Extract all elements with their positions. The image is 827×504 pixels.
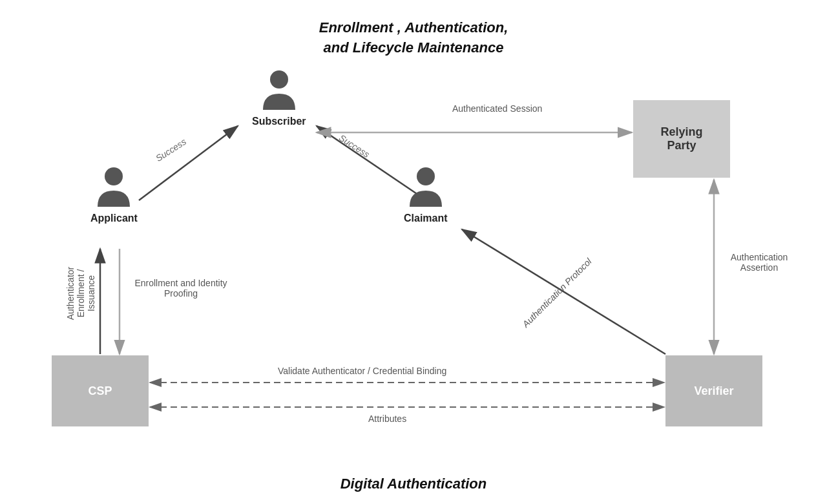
csp-box: CSP (52, 355, 149, 426)
svg-point-15 (270, 70, 288, 89)
relying-party-box: Relying Party (633, 100, 730, 178)
subscriber-icon (260, 68, 298, 113)
applicant-icon (94, 165, 133, 210)
applicant-person: Applicant (90, 165, 138, 224)
authenticated-session-label: Authenticated Session (452, 103, 542, 114)
svg-line-6 (139, 126, 238, 200)
svg-point-17 (417, 167, 435, 185)
svg-point-16 (105, 167, 123, 185)
validate-authenticator-label: Validate Authenticator / Credential Bind… (278, 366, 446, 376)
success-claimant-label: Success (337, 132, 372, 160)
authentication-assertion-label: Authentication Assertion (720, 252, 798, 273)
authenticator-enrollment-label: Authenticator Enrollment / Issuance (65, 251, 96, 335)
bottom-title: Digital Authentication (0, 476, 827, 492)
success-applicant-label: Success (154, 136, 188, 163)
subscriber-person: Subscriber (252, 68, 306, 127)
arrows-svg (0, 0, 827, 504)
main-title: Enrollment , Authentication, and Lifecyc… (0, 18, 827, 58)
diagram: Enrollment , Authentication, and Lifecyc… (0, 0, 827, 504)
claimant-icon (406, 165, 445, 210)
claimant-person: Claimant (404, 165, 448, 224)
enrollment-identity-label: Enrollment and Identity Proofing (129, 278, 233, 299)
verifier-box: Verifier (665, 355, 762, 426)
authentication-protocol-label: Authentication Protocol (520, 256, 593, 329)
attributes-label: Attributes (368, 414, 406, 424)
